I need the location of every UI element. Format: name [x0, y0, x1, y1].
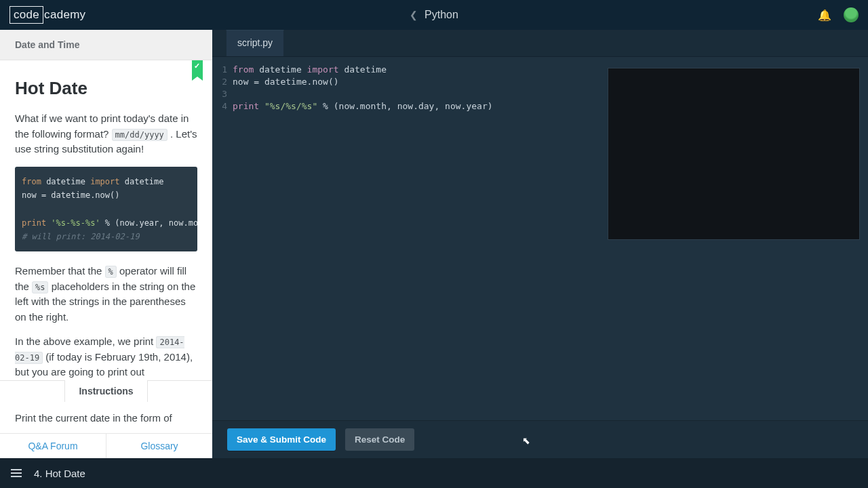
- action-bar: Save & Submit Code Reset Code: [212, 420, 868, 458]
- inline-code: %: [105, 266, 117, 278]
- menu-icon[interactable]: [11, 469, 22, 477]
- lesson-paragraph: What if we want to print today's date in…: [15, 111, 197, 157]
- section-title: Date and Time: [0, 30, 212, 60]
- course-title: Python: [425, 9, 458, 21]
- line-gutter: 1234: [212, 64, 233, 113]
- logo-boxed: code: [9, 6, 43, 24]
- logo-rest: cademy: [44, 8, 85, 22]
- lesson-paragraph: Remember that the % operator will fill t…: [15, 264, 197, 325]
- lesson-paragraph: In the above example, we print 2014-02-1…: [15, 334, 197, 380]
- example-code-block: from datetime import datetime now = date…: [15, 167, 197, 252]
- inline-code: %s: [32, 281, 48, 293]
- top-bar: codecademy ❮ Python 🔔: [0, 0, 868, 30]
- file-tabs: script.py: [212, 30, 868, 57]
- bookmark-icon[interactable]: ✓: [192, 60, 203, 77]
- lesson-body: ✓ Hot Date What if we want to print toda…: [0, 60, 212, 380]
- course-title-group[interactable]: ❮ Python: [410, 9, 458, 21]
- output-terminal[interactable]: [608, 68, 860, 240]
- qa-forum-link[interactable]: Q&A Forum: [0, 434, 106, 458]
- code-lines[interactable]: from datetime import datetime now = date…: [233, 64, 493, 113]
- save-submit-button[interactable]: Save & Submit Code: [227, 428, 336, 451]
- lesson-title: Hot Date: [15, 78, 197, 99]
- tab-instructions[interactable]: Instructions: [64, 380, 147, 402]
- logo[interactable]: codecademy: [9, 6, 85, 24]
- instructions-body: Print the current date in the form of: [0, 402, 212, 433]
- glossary-link[interactable]: Glossary: [106, 434, 212, 458]
- file-tab-script[interactable]: script.py: [226, 30, 284, 56]
- course-footer: 4. Hot Date: [0, 458, 868, 488]
- bell-icon[interactable]: 🔔: [818, 9, 831, 22]
- avatar[interactable]: [844, 7, 859, 22]
- inline-code: mm/dd/yyyy: [112, 129, 167, 141]
- help-links: Q&A Forum Glossary: [0, 433, 212, 458]
- chevron-left-icon[interactable]: ❮: [410, 9, 418, 20]
- exercise-label[interactable]: 4. Hot Date: [34, 468, 85, 479]
- reset-code-button[interactable]: Reset Code: [345, 428, 414, 451]
- editor-area: script.py 1234 from datetime import date…: [212, 30, 868, 420]
- lesson-panel: Date and Time ✓ Hot Date What if we want…: [0, 30, 212, 458]
- instructions-tab-row: Instructions: [0, 380, 212, 402]
